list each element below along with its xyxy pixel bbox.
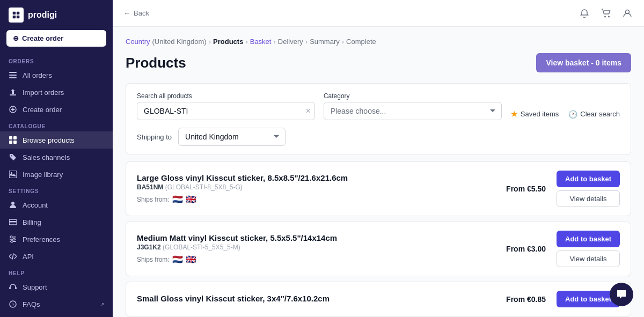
- sidebar-item-all-orders[interactable]: All orders: [0, 67, 113, 84]
- view-details-button[interactable]: View details: [557, 250, 620, 267]
- page-header: Products View basket - 0 items: [126, 53, 631, 72]
- shipping-row: Shipping to United Kingdom: [137, 128, 620, 146]
- sidebar-item-label: FAQs: [23, 300, 40, 308]
- product-info: Small Gloss vinyl Kisscut sticker, 3x4"/…: [137, 294, 506, 304]
- orders-section-label: ORDERS: [0, 53, 113, 67]
- sidebar-item-label: All orders: [23, 71, 52, 79]
- product-info: Medium Matt vinyl Kisscut sticker, 5.5x5…: [137, 233, 506, 264]
- catalogue-section-label: CATALOGUE: [0, 118, 113, 131]
- svg-point-24: [13, 238, 15, 240]
- create-order-button[interactable]: ⊕ Create order: [6, 30, 106, 47]
- category-label: Category: [324, 92, 502, 100]
- svg-rect-5: [9, 75, 17, 76]
- sidebar-item-label: Preferences: [23, 235, 60, 244]
- sidebar-item-label: Billing: [23, 218, 41, 226]
- breadcrumb-basket[interactable]: Basket: [250, 38, 272, 46]
- svg-point-25: [11, 240, 13, 242]
- product-actions: Add to basket View details: [557, 171, 620, 207]
- product-right: From €3.00 Add to basket View details: [506, 231, 620, 267]
- sidebar-item-label: API: [23, 253, 34, 261]
- svg-rect-7: [10, 94, 16, 95]
- sidebar-item-preferences[interactable]: Preferences: [0, 231, 113, 248]
- nl-flag: 🇳🇱: [172, 194, 183, 204]
- content-area: Country (United Kingdom) › Products › Ba…: [113, 27, 644, 317]
- settings-section-label: SETTINGS: [0, 183, 113, 196]
- plus-circle-icon: [9, 105, 17, 114]
- svg-rect-0: [13, 12, 16, 14]
- external-link-icon: ↗: [100, 301, 104, 307]
- svg-rect-4: [9, 72, 17, 73]
- product-item: Large Gloss vinyl Kisscut sticker, 8.5x8…: [126, 161, 631, 216]
- main-content: ← Back Country (United Kingdom) › Produc…: [113, 0, 644, 317]
- view-details-button[interactable]: View details: [557, 190, 620, 207]
- product-info: Large Gloss vinyl Kisscut sticker, 8.5x8…: [137, 173, 506, 204]
- sidebar-section-settings: SETTINGS Account Billing Preferences API: [0, 183, 113, 265]
- view-basket-button[interactable]: View basket - 0 items: [536, 53, 631, 72]
- sidebar-item-support[interactable]: Support: [0, 278, 113, 296]
- gb-flag: 🇬🇧: [186, 254, 196, 264]
- breadcrumb: Country (United Kingdom) › Products › Ba…: [126, 38, 631, 46]
- sidebar-item-create-order[interactable]: Create order: [0, 101, 113, 118]
- sidebar-item-api[interactable]: API: [0, 248, 113, 265]
- breadcrumb-sep-4: ›: [305, 38, 308, 46]
- breadcrumb-complete: Complete: [346, 38, 376, 46]
- category-field: Category Please choose...: [324, 92, 502, 120]
- svg-point-23: [10, 236, 12, 238]
- search-input[interactable]: [137, 102, 315, 120]
- sidebar-item-sales-channels[interactable]: Sales channels: [0, 149, 113, 166]
- clear-search-button[interactable]: 🕐 Clear search: [568, 110, 620, 119]
- sidebar-item-browse-products[interactable]: Browse products: [0, 131, 113, 149]
- sidebar-item-import-orders[interactable]: Import orders: [0, 84, 113, 101]
- sidebar-item-account[interactable]: Account: [0, 196, 113, 213]
- shipping-select[interactable]: United Kingdom: [178, 128, 286, 146]
- chat-button[interactable]: [610, 283, 633, 306]
- sidebar-section-help: HELP Support ? FAQs ↗: [0, 265, 113, 313]
- svg-point-30: [604, 16, 606, 17]
- cart-icon[interactable]: [600, 8, 612, 19]
- svg-text:?: ?: [12, 303, 14, 307]
- breadcrumb-sep-5: ›: [342, 38, 344, 46]
- search-actions: ★ Saved items 🕐 Clear search: [510, 109, 620, 120]
- product-item: Small Gloss vinyl Kisscut sticker, 3x4"/…: [126, 282, 631, 316]
- ships-from-label: Ships from:: [137, 196, 170, 203]
- credit-card-icon: [9, 218, 17, 226]
- breadcrumb-sep-2: ›: [245, 38, 247, 46]
- add-to-basket-button[interactable]: Add to basket: [557, 231, 620, 247]
- ships-from-label: Ships from:: [137, 256, 170, 263]
- add-to-basket-button[interactable]: Add to basket: [557, 171, 620, 187]
- ships-from: Ships from: 🇳🇱 🇬🇧: [137, 194, 506, 204]
- breadcrumb-country[interactable]: Country: [126, 38, 150, 46]
- product-list: Large Gloss vinyl Kisscut sticker, 8.5x8…: [126, 161, 631, 316]
- search-clear-icon[interactable]: ×: [306, 107, 311, 115]
- svg-rect-26: [9, 287, 11, 289]
- product-right: From €5.50 Add to basket View details: [506, 171, 620, 207]
- shipping-label: Shipping to: [137, 133, 172, 141]
- sku-code: BA51NM: [137, 183, 163, 191]
- svg-point-17: [11, 202, 14, 205]
- breadcrumb-sep-1: ›: [209, 38, 211, 46]
- svg-rect-14: [13, 141, 17, 144]
- tag-icon: [9, 153, 17, 161]
- product-actions: Add to basket View details: [557, 231, 620, 267]
- breadcrumb-delivery: Delivery: [278, 38, 303, 46]
- nl-flag: 🇳🇱: [172, 254, 183, 264]
- sku-global: (GLOBAL-STI-8_5X8_5-G): [165, 183, 243, 191]
- sidebar-item-label: Import orders: [23, 89, 64, 97]
- plus-icon: ⊕: [13, 34, 19, 42]
- category-select[interactable]: Please choose...: [324, 102, 502, 120]
- ships-from: Ships from: 🇳🇱 🇬🇧: [137, 254, 506, 264]
- svg-rect-1: [17, 12, 19, 14]
- breadcrumb-country-name: (United Kingdom): [152, 38, 207, 46]
- product-name: Large Gloss vinyl Kisscut sticker, 8.5x8…: [137, 173, 506, 182]
- notification-icon[interactable]: [579, 8, 590, 19]
- product-item: Medium Matt vinyl Kisscut sticker, 5.5x5…: [126, 222, 631, 276]
- saved-items-button[interactable]: ★ Saved items: [510, 109, 559, 119]
- sidebar-item-image-library[interactable]: Image library: [0, 166, 113, 183]
- sidebar-item-billing[interactable]: Billing: [0, 213, 113, 231]
- svg-rect-27: [15, 287, 17, 289]
- sidebar-item-faqs[interactable]: ? FAQs ↗: [0, 296, 113, 313]
- svg-point-31: [608, 16, 610, 17]
- breadcrumb-summary: Summary: [310, 38, 340, 46]
- user-account-icon[interactable]: [621, 8, 633, 19]
- back-button[interactable]: ← Back: [123, 9, 149, 17]
